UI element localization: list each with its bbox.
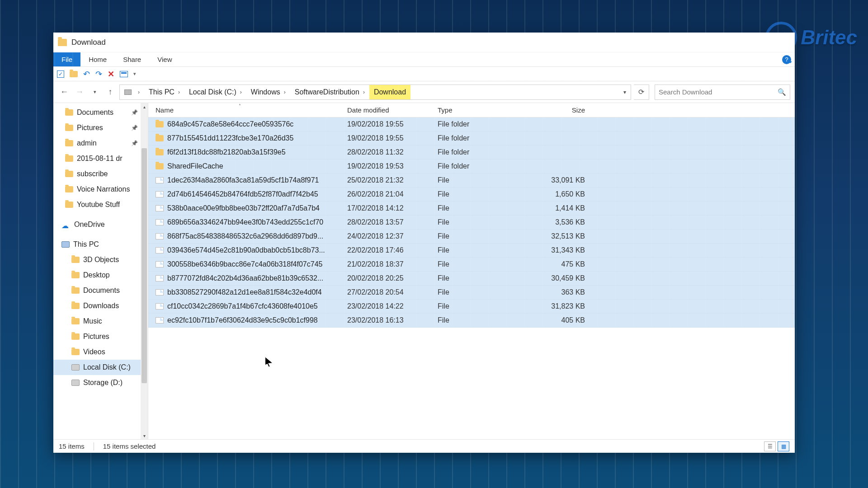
tree-item[interactable]: OneDrive [53,217,148,232]
folder-icon [71,318,80,324]
breadcrumb-softwaredistribution[interactable]: SoftwareDistribution› [290,85,369,99]
tab-home[interactable]: Home [80,52,115,66]
table-row[interactable]: 538b0aace00e9fbb8bee03b72ff20af7a7d5a7b4… [148,202,795,216]
tree-item[interactable]: subscribe [53,166,148,182]
drive-icon [71,364,80,371]
titlebar[interactable]: Download [53,33,795,52]
file-icon [156,191,164,197]
tree-item[interactable]: admin [53,136,148,151]
file-icon [156,233,164,239]
tree-item[interactable]: 3D Objects [53,252,148,267]
folder-icon [65,155,73,162]
column-size[interactable]: Size [528,106,591,114]
folder-icon [65,109,73,116]
tree-item[interactable]: Documents [53,283,148,298]
breadcrumb-thispc[interactable]: This PC› [144,85,184,99]
folder-icon [71,287,80,294]
folder-icon [65,125,73,131]
column-date[interactable]: Date modified [347,106,438,114]
refresh-button[interactable]: ⟳ [634,84,649,100]
file-icon [156,205,164,211]
folder-icon [65,171,73,177]
properties-icon[interactable] [120,71,128,77]
cloud-icon [61,221,71,228]
tab-file[interactable]: File [53,52,80,66]
status-selected-count: 15 items selected [103,442,156,450]
folder-icon [65,202,73,208]
tree-item[interactable]: Pictures [53,329,148,344]
table-row[interactable]: 877b155451dd11223fcbe3e170a26d3519/02/20… [148,131,795,145]
breadcrumb-localdisk[interactable]: Local Disk (C:)› [184,85,246,99]
back-button[interactable]: ← [58,86,71,99]
tree-item[interactable]: Local Disk (C:) [53,360,148,375]
tab-share[interactable]: Share [115,52,149,66]
table-row[interactable]: b8777072fd84c202b4d36aa62bbe81b39c6532..… [148,272,795,286]
table-row[interactable]: f6f2d13f18dc88fb21820ab3a15f39e528/02/20… [148,145,795,160]
file-icon [156,219,164,225]
tree-item[interactable]: Youtube Stuff [53,197,148,212]
address-bar[interactable]: › This PC› Local Disk (C:)› Windows› Sof… [119,84,631,100]
table-row[interactable]: 684a9c457ca8e58e64ccc7ee0593576c19/02/20… [148,117,795,131]
folder-icon [58,39,67,46]
table-row[interactable]: SharedFileCache19/02/2018 19:53File fold… [148,160,795,174]
tree-item[interactable]: Voice Narrations [53,182,148,197]
table-row[interactable]: ec92fc10b7f1b7e6f30624d83e9c5c9c0b1cf998… [148,314,795,328]
help-button[interactable]: ? [778,52,795,66]
column-type[interactable]: Type [438,106,528,114]
help-icon: ? [782,55,791,64]
view-details-button[interactable]: ☰ [764,441,776,451]
search-input[interactable] [659,88,778,96]
view-large-icons-button[interactable]: ▦ [778,441,789,451]
table-row[interactable]: 300558be6346b9bacc86e7c4a06b318f4f07c745… [148,258,795,272]
folder-icon [71,333,80,340]
column-name[interactable]: Name˄ [148,106,347,114]
tree-item[interactable]: Desktop [53,267,148,283]
tab-view[interactable]: View [149,52,180,66]
table-row[interactable]: 2d74b614546452b84764fdb52f87f0adf7f42b45… [148,188,795,202]
quick-access-toolbar: ↶ ↷ ✕ ▾ [53,67,795,81]
qat-customize-icon[interactable]: ▾ [133,71,136,77]
folder-icon [156,149,164,155]
search-icon[interactable]: 🔍 [778,88,786,96]
file-icon [156,261,164,267]
tree-item[interactable]: Documents [53,105,148,120]
tree-item[interactable]: Pictures [53,120,148,136]
tree-item[interactable]: Storage (D:) [53,375,148,390]
qat-new-folder-icon[interactable] [70,71,78,77]
tree-item[interactable]: Videos [53,344,148,360]
delete-icon[interactable]: ✕ [108,69,114,79]
tree-item[interactable]: Downloads [53,298,148,314]
scroll-down-icon[interactable]: ▾ [141,432,148,439]
undo-icon[interactable]: ↶ [83,69,90,79]
breadcrumb-root[interactable]: › [120,85,144,99]
redo-icon[interactable]: ↷ [95,69,102,79]
table-row[interactable]: 868f75ac8548388486532c6a2968dd6d897bd9..… [148,230,795,244]
address-dropdown-icon[interactable]: ▾ [619,89,631,95]
table-row[interactable]: 1dec263f4a8a2860fa3ca81a59d5cf1b74a8f971… [148,174,795,188]
tree-item[interactable]: Music [53,314,148,329]
window-title: Download [71,38,106,47]
tree-item[interactable]: This PC [53,237,148,252]
folder-icon [156,121,164,127]
tree-item[interactable]: 2015-08-11 dr [53,151,148,166]
tree-scrollbar[interactable]: ▴ ▾ [141,103,148,439]
table-row[interactable]: 689b656a3346247bb94ee3f0b743edd255c1cf70… [148,216,795,230]
table-row[interactable]: cf10cc0342c2869b7a1f4b67cfc43608fe4010e5… [148,300,795,314]
qat-properties-check-icon[interactable] [57,70,64,78]
search-box[interactable]: 🔍 [655,84,790,100]
up-button[interactable]: ↑ [104,86,117,99]
navigation-row: ← → ▾ ↑ › This PC› Local Disk (C:)› Wind… [53,81,795,103]
folder-icon [71,349,80,355]
scroll-up-icon[interactable]: ▴ [141,103,148,110]
scroll-thumb[interactable] [142,148,147,383]
table-row[interactable]: 039436e574d45e2c81b90a0dbab0cb51bc8b73..… [148,244,795,258]
folder-icon [71,257,80,263]
file-icon [156,289,164,296]
recent-locations-button[interactable]: ▾ [89,86,101,99]
file-icon [156,275,164,282]
breadcrumb-windows[interactable]: Windows› [246,85,290,99]
table-row[interactable]: bb3308527290f482a12d1ee8a81f584c32e4d0f4… [148,286,795,300]
forward-button[interactable]: → [73,86,86,99]
pc-icon [124,89,132,95]
breadcrumb-download[interactable]: Download [369,85,410,99]
